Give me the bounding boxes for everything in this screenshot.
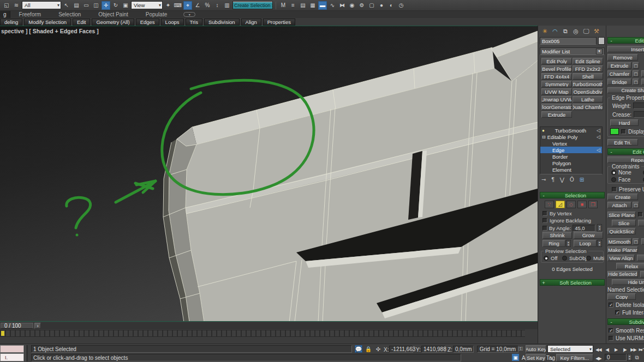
reset-plane-button[interactable]: Re xyxy=(638,220,644,226)
extrude-button[interactable]: Extrude xyxy=(607,62,631,69)
hide-unselected-button[interactable]: Hide Unselec xyxy=(612,279,644,285)
timeline-marker[interactable] xyxy=(1,331,4,336)
frame-spinner[interactable]: ▲▼ xyxy=(627,354,632,361)
border-subobject-icon[interactable]: ◇ xyxy=(567,201,576,208)
edge-subobject-icon[interactable]: ◿ xyxy=(556,201,565,208)
msmooth-button[interactable]: MSmooth xyxy=(607,238,631,245)
shrink-button[interactable]: Shrink xyxy=(542,232,572,239)
relax-button[interactable]: Relax xyxy=(616,263,644,269)
utilities-tab-icon[interactable]: ⚒ xyxy=(592,27,601,35)
make-unique-icon[interactable]: ⋁ xyxy=(560,177,564,183)
configure-modifier-sets-icon[interactable]: ⊞ xyxy=(580,177,584,183)
ribbon-panel-tris[interactable]: Tris xyxy=(186,19,202,26)
modifier-preset-button[interactable]: Unwrap UVW xyxy=(541,96,572,102)
loop-spinner[interactable]: ▲▼ xyxy=(597,240,602,247)
select-by-name-icon[interactable]: ▤ xyxy=(72,1,81,10)
edit-triangulation-button[interactable]: Edit Tri. xyxy=(607,139,638,146)
repeat-last-button[interactable]: Repeat La xyxy=(607,156,644,163)
modifier-preset-button[interactable]: Lathe xyxy=(573,96,603,102)
ribbon-tab-object-paint[interactable]: Object Paint xyxy=(90,11,136,18)
track-bar-ruler[interactable] xyxy=(0,330,525,337)
full-interactivity-checkbox[interactable]: ✓ Full Intera xyxy=(615,310,644,316)
mirror-icon[interactable]: M xyxy=(279,1,288,10)
vertex-subobject-icon[interactable]: ∵ xyxy=(545,201,554,208)
by-vertex-checkbox[interactable]: By Vertex xyxy=(542,210,572,216)
select-and-link-icon[interactable]: ◱ xyxy=(2,1,11,10)
select-object-icon[interactable]: ↖ xyxy=(62,1,71,10)
ring-button[interactable]: Ring xyxy=(542,240,565,247)
viewport-label[interactable]: spective ] [ Shaded + Edged Faces ] xyxy=(1,28,99,34)
hierarchy-tab-icon[interactable]: ⧉ xyxy=(561,27,570,35)
spinner-control[interactable]: ▲▼ xyxy=(597,224,602,232)
layer-explorer-icon[interactable]: ▦ xyxy=(308,1,317,10)
render-setup-icon[interactable]: ⚙ xyxy=(357,1,366,10)
slice-button[interactable]: Slice xyxy=(612,220,636,226)
preview-subobj-radio[interactable]: SubObj xyxy=(562,255,587,261)
previous-frame-icon[interactable]: ◀| xyxy=(603,346,611,353)
next-frame-button[interactable]: › xyxy=(34,323,41,329)
motion-tab-icon[interactable]: ◎ xyxy=(571,27,580,35)
pin-stack-icon[interactable]: ⊸ xyxy=(541,177,546,183)
absolute-offset-mode-icon[interactable]: ✣ xyxy=(374,345,382,353)
render-iterative-icon[interactable]: ◐ xyxy=(387,1,396,10)
set-key-button[interactable]: Set Key xyxy=(526,354,546,361)
select-and-manipulate-icon[interactable]: ✦ xyxy=(164,1,172,10)
listener-splitter[interactable] xyxy=(26,345,28,361)
modifier-preset-button[interactable]: UVW Map xyxy=(541,88,572,95)
create-button[interactable]: Create xyxy=(607,194,638,200)
curve-editor-icon[interactable]: ∿ xyxy=(328,1,337,10)
stack-item-polygon[interactable]: Polygon xyxy=(540,160,602,166)
rect-region-icon[interactable]: ▭ xyxy=(82,1,91,10)
stack-item-border[interactable]: Border xyxy=(540,153,602,160)
chamfer-button[interactable]: Chamfer xyxy=(607,70,631,77)
named-selection-set-field[interactable]: Create Selection Se ▾ xyxy=(232,1,273,9)
ribbon-tab-fragment[interactable]: g xyxy=(0,11,10,18)
go-to-frame-icon[interactable]: ◀▶ xyxy=(594,354,603,362)
chamfer-settings-icon[interactable]: □ xyxy=(633,70,639,77)
ribbon-panel-modify-selection[interactable]: Modify Selection xyxy=(24,19,71,26)
unhide-all-button[interactable]: U xyxy=(640,271,644,277)
selected-filter-dropdown[interactable]: Selected ▾ xyxy=(547,345,593,353)
select-and-scale-icon[interactable]: ▣ xyxy=(121,1,130,10)
modifier-list-dropdown[interactable]: Modifier List ▾ xyxy=(540,47,605,55)
preview-multi-radio[interactable]: Multi xyxy=(586,255,604,261)
key-filters-button[interactable]: Key Filters... xyxy=(556,354,593,361)
soft-selection-rollout-header[interactable]: + Soft Selection xyxy=(540,279,605,286)
isolate-selection-icon[interactable]: 💬 xyxy=(355,345,362,353)
new-key-curve-icon[interactable]: ∿ xyxy=(547,354,555,361)
modifier-preset-button[interactable]: FloorGenerator xyxy=(541,104,572,110)
window-crossing-icon[interactable]: ◫ xyxy=(92,1,100,10)
modifier-preset-button[interactable]: Extrude xyxy=(541,111,572,118)
delete-isolated-checkbox[interactable]: ✓ Delete Isolated xyxy=(609,302,644,308)
bridge-button[interactable]: Bridge xyxy=(607,79,631,85)
reference-coordinate-dropdown[interactable]: View ▾ xyxy=(131,1,163,9)
modifier-preset-button[interactable]: Bevel Profile xyxy=(541,65,572,72)
spinner-snap-icon[interactable]: ↕ xyxy=(213,1,222,10)
display-hard-checkbox[interactable]: Display Ha xyxy=(621,129,644,135)
maxscript-macro-recorder[interactable] xyxy=(0,345,24,353)
y-coordinate-field[interactable]: 1410,988 xyxy=(421,346,445,353)
subdivision-surface-header[interactable]: -Subdivision Su xyxy=(607,318,644,325)
rendered-frame-icon[interactable]: ▢ xyxy=(367,1,376,10)
modifier-preset-button[interactable]: Edit Spline xyxy=(573,58,603,64)
maxscript-listener[interactable]: I. xyxy=(0,353,24,361)
render-a360-icon[interactable]: ◷ xyxy=(397,1,406,10)
modifier-preset-button[interactable]: OpenSubdiv xyxy=(573,88,603,95)
align-icon[interactable]: ≡ xyxy=(289,1,297,10)
time-slider-button[interactable]: 0 / 100 xyxy=(1,323,33,329)
slice-plane-checkbox[interactable] xyxy=(638,212,643,217)
angle-snap-icon[interactable]: ∠ xyxy=(193,1,202,10)
tessellate-button[interactable]: Tes xyxy=(641,238,644,245)
remove-button[interactable]: Remove xyxy=(607,54,638,61)
connect-button[interactable]: Co xyxy=(641,79,644,85)
stack-item-editable-poly[interactable]: ⊟ Editable Poly ◁ xyxy=(540,134,602,140)
target-weld-button[interactable]: Ta xyxy=(641,70,644,77)
stack-item-edge[interactable]: Edge ◁ xyxy=(540,147,602,153)
modifier-preset-button[interactable]: Quad Chamfer xyxy=(573,104,603,110)
edit-edges-header[interactable]: -Edit Edge xyxy=(607,37,644,44)
weight-field[interactable] xyxy=(633,102,644,109)
attach-button[interactable]: Attach xyxy=(607,202,631,208)
object-color-swatch[interactable] xyxy=(598,37,605,45)
schematic-view-icon[interactable]: ⧓ xyxy=(338,1,347,10)
use-nurms-checkbox[interactable]: Use NURMS Su xyxy=(609,335,644,341)
